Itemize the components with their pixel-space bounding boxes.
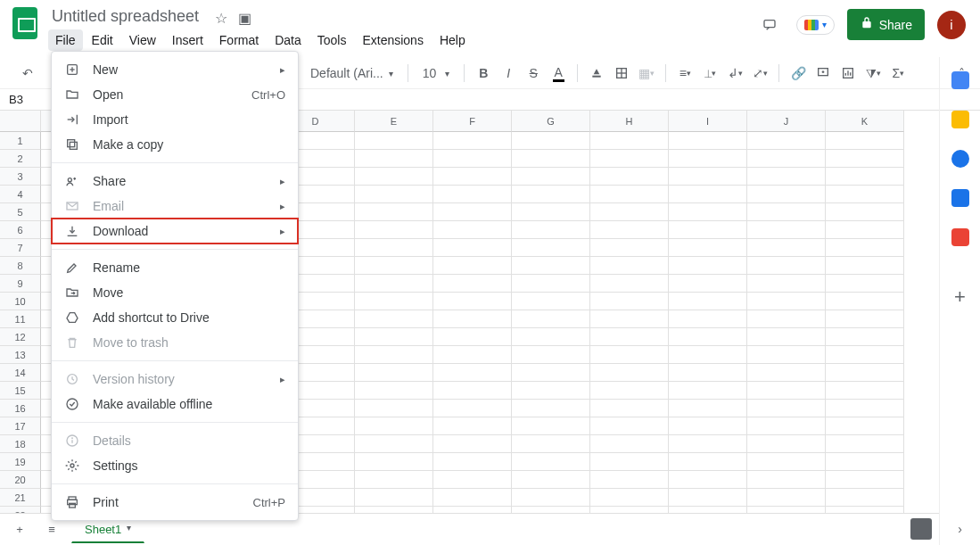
row-header[interactable]: 12 xyxy=(0,328,41,346)
merge-cells-icon[interactable]: ▦▾ xyxy=(637,62,656,84)
tasks-icon[interactable] xyxy=(951,150,969,168)
column-header[interactable]: I xyxy=(669,111,747,132)
cell[interactable] xyxy=(355,382,433,400)
row-header[interactable]: 10 xyxy=(0,293,41,310)
cell[interactable] xyxy=(747,132,826,150)
cell[interactable] xyxy=(433,400,512,417)
row-header[interactable]: 16 xyxy=(0,400,41,417)
cell[interactable] xyxy=(747,346,826,364)
cell[interactable] xyxy=(590,400,669,417)
row-header[interactable]: 20 xyxy=(0,471,41,489)
cell[interactable] xyxy=(433,346,512,364)
cell[interactable] xyxy=(590,328,669,346)
cell[interactable] xyxy=(669,168,747,186)
cell[interactable] xyxy=(355,257,433,275)
cell[interactable] xyxy=(433,489,512,507)
cell[interactable] xyxy=(355,186,433,203)
cell[interactable] xyxy=(826,257,904,275)
calendar-icon[interactable] xyxy=(951,71,969,89)
account-avatar[interactable]: i xyxy=(937,11,966,39)
cell[interactable] xyxy=(826,310,904,328)
cell[interactable] xyxy=(826,203,904,221)
cell[interactable] xyxy=(747,310,826,328)
cell[interactable] xyxy=(355,310,433,328)
menu-item-add-shortcut-to-drive[interactable]: Add shortcut to Drive xyxy=(52,305,298,330)
cell[interactable] xyxy=(512,435,590,453)
cell[interactable] xyxy=(669,471,747,489)
cell[interactable] xyxy=(669,275,747,293)
cell[interactable] xyxy=(512,168,590,186)
cell[interactable] xyxy=(355,239,433,257)
functions-icon[interactable]: Σ▾ xyxy=(888,62,908,84)
cell[interactable] xyxy=(512,400,590,417)
cell[interactable] xyxy=(512,507,590,513)
cell[interactable] xyxy=(669,132,747,150)
cell[interactable] xyxy=(590,435,669,453)
column-header[interactable]: J xyxy=(747,111,826,132)
cell[interactable] xyxy=(669,293,747,310)
cell[interactable] xyxy=(512,203,590,221)
cell[interactable] xyxy=(433,239,512,257)
sheet-tab-menu-icon[interactable]: ▾ xyxy=(127,523,131,536)
cell[interactable] xyxy=(826,364,904,382)
cell[interactable] xyxy=(512,293,590,310)
cell[interactable] xyxy=(355,328,433,346)
undo-icon[interactable]: ↶ xyxy=(18,62,37,84)
row-header[interactable]: 2 xyxy=(0,150,41,168)
cell[interactable] xyxy=(355,417,433,435)
cell[interactable] xyxy=(747,328,826,346)
cell[interactable] xyxy=(512,275,590,293)
cell[interactable] xyxy=(747,507,826,513)
cell[interactable] xyxy=(433,471,512,489)
cell[interactable] xyxy=(826,328,904,346)
cell[interactable] xyxy=(355,221,433,239)
cell[interactable] xyxy=(590,489,669,507)
cell[interactable] xyxy=(826,150,904,168)
cell[interactable] xyxy=(512,186,590,203)
cell[interactable] xyxy=(512,471,590,489)
menu-item-import[interactable]: Import xyxy=(52,107,298,132)
document-title[interactable]: Untitled spreadsheet xyxy=(46,5,204,28)
menu-item-new[interactable]: New▸ xyxy=(52,57,298,82)
cell[interactable] xyxy=(669,186,747,203)
contacts-icon[interactable] xyxy=(951,189,969,207)
cell[interactable] xyxy=(747,453,826,471)
cell[interactable] xyxy=(512,310,590,328)
cell[interactable] xyxy=(512,132,590,150)
cell[interactable] xyxy=(355,346,433,364)
cell[interactable] xyxy=(747,239,826,257)
cell[interactable] xyxy=(433,203,512,221)
cell[interactable] xyxy=(826,132,904,150)
name-box[interactable]: B3 xyxy=(0,93,46,106)
row-header[interactable]: 11 xyxy=(0,310,41,328)
cell[interactable] xyxy=(669,400,747,417)
cell[interactable] xyxy=(669,239,747,257)
menu-item-make-a-copy[interactable]: Make a copy xyxy=(52,132,298,157)
select-all-corner[interactable] xyxy=(0,111,41,132)
cell[interactable] xyxy=(512,346,590,364)
menu-format[interactable]: Format xyxy=(212,29,266,51)
cell[interactable] xyxy=(669,364,747,382)
cell[interactable] xyxy=(669,310,747,328)
cell[interactable] xyxy=(590,364,669,382)
cell[interactable] xyxy=(355,275,433,293)
cell[interactable] xyxy=(826,382,904,400)
cell[interactable] xyxy=(669,203,747,221)
row-header[interactable]: 8 xyxy=(0,257,41,275)
cell[interactable] xyxy=(590,382,669,400)
cell[interactable] xyxy=(590,310,669,328)
cell[interactable] xyxy=(433,221,512,239)
cell[interactable] xyxy=(590,275,669,293)
menu-insert[interactable]: Insert xyxy=(165,29,210,51)
text-color-icon[interactable]: A xyxy=(548,62,568,84)
borders-icon[interactable] xyxy=(612,62,631,84)
cell[interactable] xyxy=(669,150,747,168)
cell[interactable] xyxy=(590,132,669,150)
add-sheet-button[interactable]: + xyxy=(7,517,32,542)
menu-extensions[interactable]: Extensions xyxy=(355,29,430,51)
cell[interactable] xyxy=(747,489,826,507)
font-select[interactable]: Default (Ari... ▾ xyxy=(305,62,399,84)
column-header[interactable]: E xyxy=(355,111,433,132)
row-header[interactable]: 18 xyxy=(0,435,41,453)
cell[interactable] xyxy=(433,293,512,310)
